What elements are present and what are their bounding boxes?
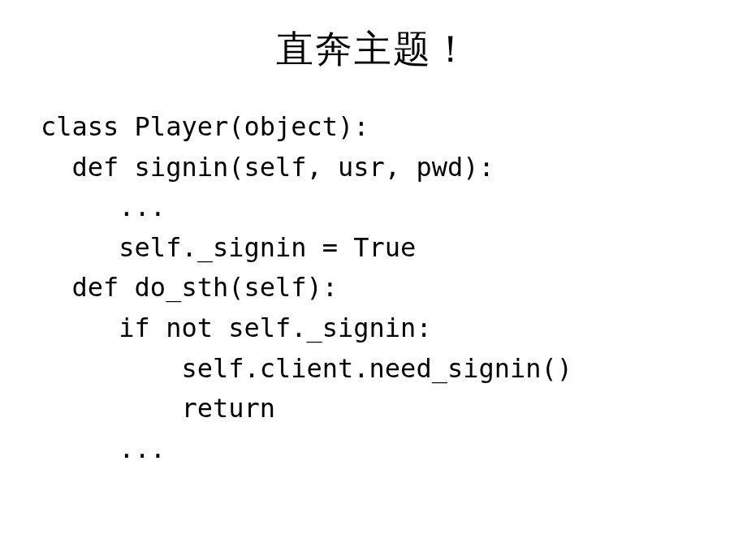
code-line: class Player(object): — [41, 111, 369, 142]
slide-container: 直奔主题！ class Player(object): def signin(s… — [0, 0, 747, 560]
code-line: self._signin = True — [41, 232, 416, 263]
code-line: def do_sth(self): — [41, 272, 338, 303]
slide-title: 直奔主题！ — [32, 24, 715, 75]
code-line: def signin(self, usr, pwd): — [41, 152, 494, 183]
code-line: ... — [41, 433, 166, 464]
code-line: if not self._signin: — [41, 312, 432, 343]
code-line: self.client.need_signin() — [41, 353, 572, 384]
code-block: class Player(object): def signin(self, u… — [32, 107, 715, 469]
code-line: return — [41, 393, 275, 424]
code-line: ... — [41, 192, 166, 222]
